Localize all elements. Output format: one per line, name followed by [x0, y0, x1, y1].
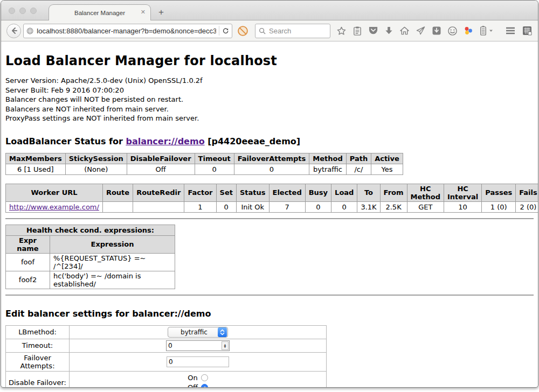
table-cell: 1 (0) — [482, 201, 516, 212]
worker-url-link[interactable]: http://www.example.com/ — [9, 203, 99, 211]
downloads-button[interactable] — [384, 26, 393, 36]
table-header-row: Health check cond. expressions: — [6, 225, 175, 235]
table-row: foof2 hc('body') =~ /domain is establish… — [6, 271, 175, 289]
reload-icon[interactable] — [222, 27, 229, 35]
content-blocked-button[interactable] — [237, 25, 248, 37]
url-text[interactable]: localhost:8880/balancer-manager?b=demo&n… — [37, 27, 216, 35]
table-header: Worker URL — [6, 184, 103, 201]
pocket-icon — [368, 26, 378, 36]
zoom-window-button[interactable] — [30, 8, 37, 14]
clipboard-icon — [353, 26, 362, 36]
globe-icon — [26, 27, 33, 35]
back-button[interactable] — [6, 24, 21, 38]
table-header-row: MaxMembers StickySession DisableFailover… — [6, 153, 403, 164]
feedback-extension-button[interactable] — [447, 26, 458, 36]
table-header: Busy — [305, 184, 331, 201]
search-placeholder: Search — [269, 27, 291, 35]
square-download-icon — [432, 26, 441, 36]
tab-close-icon[interactable]: ✕ — [141, 9, 146, 16]
off-label: Off — [188, 383, 198, 388]
table-cell: GET — [407, 201, 444, 212]
table-header: MaxMembers — [6, 153, 66, 164]
timeout-label: Timeout: — [6, 339, 70, 352]
table-cell: Init Ok — [236, 201, 269, 212]
bookmarks-menu-button[interactable] — [353, 26, 362, 36]
send-icon — [416, 26, 426, 36]
table-cell: Yes — [371, 164, 403, 174]
screenshot-grid-icon — [522, 25, 533, 36]
lbmethod-select[interactable]: bytraffic — [168, 327, 228, 338]
server-built-line: Server Built: Feb 9 2016 07:00:20 — [5, 86, 534, 95]
colored-dots-icon — [464, 26, 473, 36]
tab-title: Balancer Manager — [74, 10, 125, 16]
smiley-icon — [447, 26, 458, 36]
bookmark-star-button[interactable] — [336, 26, 347, 36]
close-window-button[interactable] — [9, 8, 15, 14]
proxypass-note-line: ProxyPass settings are NOT inherited fro… — [5, 114, 534, 123]
home-icon — [399, 26, 410, 36]
failover-on-radio[interactable] — [201, 374, 208, 381]
table-row: foof %{REQUEST_STATUS} =~ /^[234]/ — [6, 253, 175, 271]
table-cell: 0 — [234, 164, 309, 174]
home-button[interactable] — [399, 26, 410, 36]
table-header: DisableFailover — [127, 153, 195, 164]
balancer-demo-link[interactable]: balancer://demo — [126, 136, 204, 146]
disable-failover-cell: On Off — [70, 371, 327, 388]
table-cell: hc('body') =~ /domain is established/ — [50, 271, 175, 289]
timeout-input[interactable] — [167, 342, 222, 349]
failover-attempts-input[interactable] — [167, 356, 229, 367]
table-cell: foof — [6, 253, 50, 271]
loadbalancer-status-heading: LoadBalancer Status for balancer://demo … — [5, 136, 534, 146]
search-bar[interactable]: Search — [255, 24, 330, 38]
screenshot-extension-button[interactable] — [522, 25, 533, 36]
table-header: FailoverAttempts — [234, 153, 309, 164]
disable-failover-label: Disable Failover: — [6, 371, 70, 388]
table-cell: http://www.example.com/ — [6, 201, 103, 212]
table-header: Load — [331, 184, 357, 201]
form-row-timeout: Timeout: ▲▼ — [6, 339, 327, 352]
failover-off-radio[interactable] — [201, 384, 208, 388]
on-label: On — [188, 374, 197, 382]
battery-icon — [479, 25, 487, 36]
number-spinner-icon[interactable]: ▲▼ — [222, 341, 229, 350]
table-header: Path — [346, 153, 371, 164]
persist-note-line: Balancer changes will NOT be persisted o… — [5, 95, 534, 104]
failover-off-option: Off — [188, 383, 208, 388]
back-icon — [10, 27, 18, 34]
divider — [5, 218, 534, 219]
menu-button[interactable] — [505, 26, 516, 35]
table-cell: 0 — [305, 201, 331, 212]
new-tab-button[interactable]: + — [158, 7, 164, 18]
lbmethod-selected-value: bytraffic — [170, 328, 218, 336]
table-header: Passes — [482, 184, 516, 201]
battery-extension-button[interactable] — [479, 25, 493, 36]
search-icon — [259, 27, 266, 34]
browser-window: Balancer Manager ✕ + localhost:8880/bala… — [1, 0, 538, 388]
table-cell: /c/ — [346, 164, 371, 174]
failover-attempts-cell — [70, 352, 327, 371]
url-bar[interactable]: localhost:8880/balancer-manager?b=demo&n… — [23, 24, 232, 38]
table-cell: 10 — [444, 201, 481, 212]
table-cell: 1 — [184, 201, 216, 212]
table-header: Expr name — [6, 235, 50, 253]
table-cell: 0 — [331, 201, 357, 212]
failover-on-option: On — [188, 374, 208, 382]
table-cell: (None) — [65, 164, 127, 174]
balancer-summary-table: MaxMembers StickySession DisableFailover… — [5, 153, 403, 175]
server-version-line: Server Version: Apache/2.5.0-dev (Unix) … — [5, 76, 534, 86]
worker-table: Worker URL Route RouteRedir Factor Set S… — [5, 184, 538, 213]
minimize-window-button[interactable] — [19, 8, 26, 14]
table-cell: bytraffic — [309, 164, 346, 174]
table-header: From — [380, 184, 407, 201]
timeout-input-wrap: ▲▼ — [166, 340, 230, 351]
pocket-button[interactable] — [368, 26, 378, 36]
table-header: HC Method — [407, 184, 444, 201]
table-cell — [102, 201, 133, 212]
send-tab-button[interactable] — [416, 26, 426, 36]
table-header: Route — [102, 184, 133, 201]
blocked-icon — [237, 25, 248, 37]
caret-down-icon — [489, 29, 493, 33]
save-page-extension-button[interactable] — [432, 26, 441, 36]
tab-balancer-manager[interactable]: Balancer Manager ✕ — [49, 4, 151, 20]
multi-account-extension-button[interactable] — [464, 26, 473, 36]
